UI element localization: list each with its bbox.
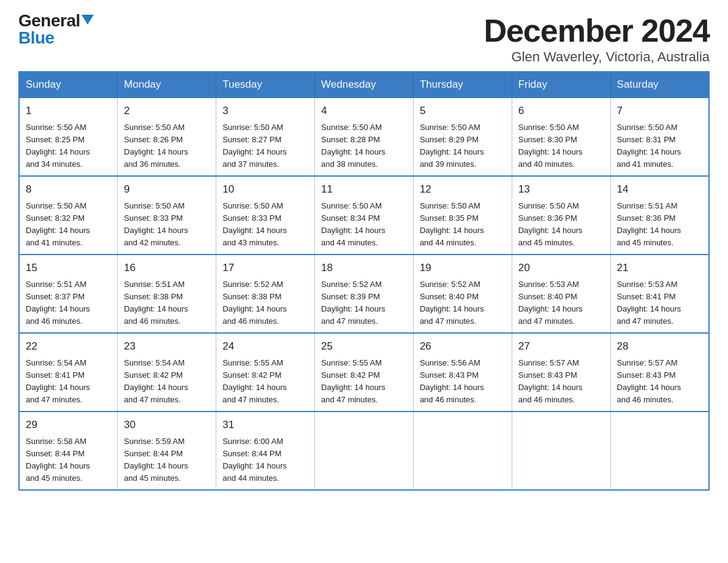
day-info: Sunrise: 5:50 AMSunset: 8:31 PMDaylight:… xyxy=(617,121,702,171)
calendar-day-6: 6Sunrise: 5:50 AMSunset: 8:30 PMDaylight… xyxy=(512,98,610,176)
day-number: 24 xyxy=(222,339,308,354)
calendar-day-3: 3Sunrise: 5:50 AMSunset: 8:27 PMDaylight… xyxy=(216,98,315,176)
day-number: 11 xyxy=(321,182,407,197)
calendar-day-29: 29Sunrise: 5:58 AMSunset: 8:44 PMDayligh… xyxy=(19,412,118,490)
weekday-header-friday: Friday xyxy=(512,72,610,98)
day-info: Sunrise: 5:51 AMSunset: 8:36 PMDaylight:… xyxy=(617,200,702,250)
day-info: Sunrise: 6:00 AMSunset: 8:44 PMDaylight:… xyxy=(222,435,308,485)
calendar-day-11: 11Sunrise: 5:50 AMSunset: 8:34 PMDayligh… xyxy=(315,176,414,255)
weekday-header-monday: Monday xyxy=(118,72,216,98)
day-number: 28 xyxy=(617,339,702,354)
day-info: Sunrise: 5:54 AMSunset: 8:42 PMDaylight:… xyxy=(124,357,210,407)
day-number: 19 xyxy=(420,260,506,276)
calendar-day-26: 26Sunrise: 5:56 AMSunset: 8:43 PMDayligh… xyxy=(413,333,512,412)
calendar-day-30: 30Sunrise: 5:59 AMSunset: 8:44 PMDayligh… xyxy=(118,412,216,490)
calendar-subtitle: Glen Waverley, Victoria, Australia xyxy=(483,49,710,65)
calendar-day-15: 15Sunrise: 5:51 AMSunset: 8:37 PMDayligh… xyxy=(19,255,118,333)
weekday-header-row: SundayMondayTuesdayWednesdayThursdayFrid… xyxy=(19,72,709,98)
calendar-day-4: 4Sunrise: 5:50 AMSunset: 8:28 PMDaylight… xyxy=(315,98,414,176)
calendar-day-7: 7Sunrise: 5:50 AMSunset: 8:31 PMDaylight… xyxy=(610,98,709,176)
weekday-header-tuesday: Tuesday xyxy=(216,72,315,98)
day-number: 29 xyxy=(26,417,111,433)
weekday-header-thursday: Thursday xyxy=(413,72,512,98)
calendar-day-28: 28Sunrise: 5:57 AMSunset: 8:43 PMDayligh… xyxy=(610,333,709,412)
day-info: Sunrise: 5:50 AMSunset: 8:26 PMDaylight:… xyxy=(124,121,210,171)
calendar-day-24: 24Sunrise: 5:55 AMSunset: 8:42 PMDayligh… xyxy=(216,333,315,412)
calendar-day-empty xyxy=(413,412,512,490)
day-info: Sunrise: 5:58 AMSunset: 8:44 PMDaylight:… xyxy=(26,435,111,485)
calendar-day-19: 19Sunrise: 5:52 AMSunset: 8:40 PMDayligh… xyxy=(413,255,512,333)
day-info: Sunrise: 5:53 AMSunset: 8:41 PMDaylight:… xyxy=(617,278,702,328)
day-info: Sunrise: 5:50 AMSunset: 8:33 PMDaylight:… xyxy=(124,200,210,250)
day-info: Sunrise: 5:51 AMSunset: 8:37 PMDaylight:… xyxy=(26,278,111,328)
page: General Blue December 2024 Glen Waverley… xyxy=(0,0,728,509)
logo-triangle-icon xyxy=(82,15,94,25)
calendar-day-17: 17Sunrise: 5:52 AMSunset: 8:38 PMDayligh… xyxy=(216,255,315,333)
day-number: 8 xyxy=(26,182,111,197)
calendar-week-row-4: 22Sunrise: 5:54 AMSunset: 8:41 PMDayligh… xyxy=(19,333,709,412)
day-info: Sunrise: 5:50 AMSunset: 8:27 PMDaylight:… xyxy=(222,121,308,171)
day-number: 31 xyxy=(222,417,308,433)
day-number: 30 xyxy=(124,417,210,433)
day-info: Sunrise: 5:53 AMSunset: 8:40 PMDaylight:… xyxy=(518,278,604,328)
logo-blue-text: Blue xyxy=(18,29,55,47)
calendar-day-16: 16Sunrise: 5:51 AMSunset: 8:38 PMDayligh… xyxy=(118,255,216,333)
calendar-table: SundayMondayTuesdayWednesdayThursdayFrid… xyxy=(18,71,710,491)
day-info: Sunrise: 5:50 AMSunset: 8:35 PMDaylight:… xyxy=(420,200,506,250)
header-right: December 2024 Glen Waverley, Victoria, A… xyxy=(483,12,710,65)
day-number: 16 xyxy=(124,260,210,276)
calendar-day-empty xyxy=(315,412,414,490)
calendar-week-row-1: 1Sunrise: 5:50 AMSunset: 8:25 PMDaylight… xyxy=(19,98,709,176)
day-number: 9 xyxy=(124,182,210,197)
day-number: 6 xyxy=(518,103,604,119)
calendar-day-1: 1Sunrise: 5:50 AMSunset: 8:25 PMDaylight… xyxy=(19,98,118,176)
day-number: 5 xyxy=(420,103,506,119)
day-number: 2 xyxy=(124,103,210,119)
day-info: Sunrise: 5:51 AMSunset: 8:38 PMDaylight:… xyxy=(124,278,210,328)
calendar-day-empty xyxy=(512,412,610,490)
day-number: 1 xyxy=(26,103,111,119)
day-number: 7 xyxy=(617,103,702,119)
weekday-header-wednesday: Wednesday xyxy=(315,72,414,98)
day-number: 15 xyxy=(26,260,111,276)
day-number: 18 xyxy=(321,260,407,276)
calendar-week-row-2: 8Sunrise: 5:50 AMSunset: 8:32 PMDaylight… xyxy=(19,176,709,255)
day-number: 4 xyxy=(321,103,407,119)
calendar-day-10: 10Sunrise: 5:50 AMSunset: 8:33 PMDayligh… xyxy=(216,176,315,255)
day-number: 3 xyxy=(222,103,308,119)
day-info: Sunrise: 5:57 AMSunset: 8:43 PMDaylight:… xyxy=(518,357,604,407)
day-info: Sunrise: 5:50 AMSunset: 8:33 PMDaylight:… xyxy=(222,200,308,250)
day-info: Sunrise: 5:50 AMSunset: 8:30 PMDaylight:… xyxy=(518,121,604,171)
weekday-header-saturday: Saturday xyxy=(610,72,709,98)
calendar-day-20: 20Sunrise: 5:53 AMSunset: 8:40 PMDayligh… xyxy=(512,255,610,333)
calendar-day-23: 23Sunrise: 5:54 AMSunset: 8:42 PMDayligh… xyxy=(118,333,216,412)
day-number: 20 xyxy=(518,260,604,276)
day-number: 26 xyxy=(420,339,506,354)
calendar-day-8: 8Sunrise: 5:50 AMSunset: 8:32 PMDaylight… xyxy=(19,176,118,255)
calendar-day-empty xyxy=(610,412,709,490)
calendar-day-27: 27Sunrise: 5:57 AMSunset: 8:43 PMDayligh… xyxy=(512,333,610,412)
day-info: Sunrise: 5:52 AMSunset: 8:38 PMDaylight:… xyxy=(222,278,308,328)
day-number: 14 xyxy=(617,182,702,197)
day-info: Sunrise: 5:55 AMSunset: 8:42 PMDaylight:… xyxy=(222,357,308,407)
calendar-day-31: 31Sunrise: 6:00 AMSunset: 8:44 PMDayligh… xyxy=(216,412,315,490)
day-info: Sunrise: 5:57 AMSunset: 8:43 PMDaylight:… xyxy=(617,357,702,407)
calendar-title: December 2024 xyxy=(483,12,710,49)
day-info: Sunrise: 5:50 AMSunset: 8:34 PMDaylight:… xyxy=(321,200,407,250)
calendar-day-18: 18Sunrise: 5:52 AMSunset: 8:39 PMDayligh… xyxy=(315,255,414,333)
day-number: 25 xyxy=(321,339,407,354)
day-number: 10 xyxy=(222,182,308,197)
day-info: Sunrise: 5:50 AMSunset: 8:28 PMDaylight:… xyxy=(321,121,407,171)
day-info: Sunrise: 5:50 AMSunset: 8:25 PMDaylight:… xyxy=(26,121,111,171)
day-number: 27 xyxy=(518,339,604,354)
logo-general-text: General xyxy=(18,12,80,29)
day-info: Sunrise: 5:50 AMSunset: 8:29 PMDaylight:… xyxy=(420,121,506,171)
calendar-day-21: 21Sunrise: 5:53 AMSunset: 8:41 PMDayligh… xyxy=(610,255,709,333)
weekday-header-sunday: Sunday xyxy=(19,72,118,98)
day-info: Sunrise: 5:50 AMSunset: 8:32 PMDaylight:… xyxy=(26,200,111,250)
day-number: 13 xyxy=(518,182,604,197)
calendar-week-row-3: 15Sunrise: 5:51 AMSunset: 8:37 PMDayligh… xyxy=(19,255,709,333)
day-number: 22 xyxy=(26,339,111,354)
calendar-day-9: 9Sunrise: 5:50 AMSunset: 8:33 PMDaylight… xyxy=(118,176,216,255)
calendar-week-row-5: 29Sunrise: 5:58 AMSunset: 8:44 PMDayligh… xyxy=(19,412,709,490)
